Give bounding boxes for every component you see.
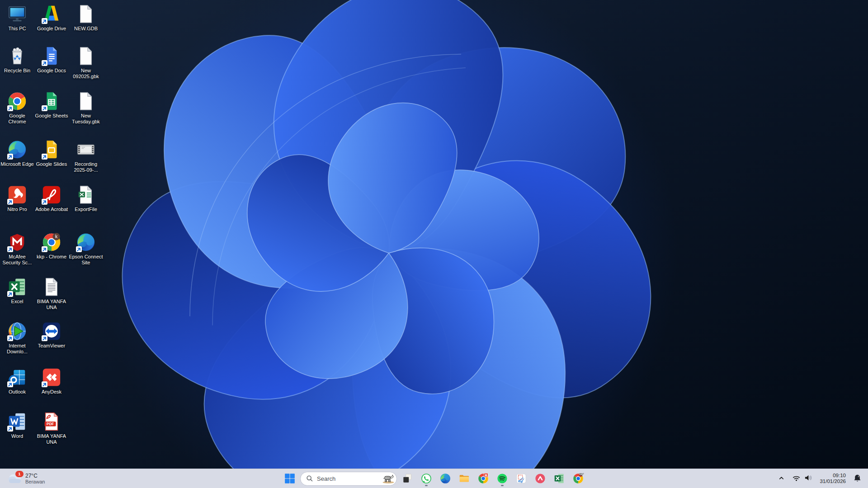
spotify-icon xyxy=(496,473,508,484)
desktop-icon-label: McAfee Security Sc... xyxy=(0,254,34,266)
taskbar-app-chrome[interactable] xyxy=(475,470,492,487)
shortcut-arrow-icon xyxy=(42,381,47,387)
desktop-icon-excel[interactable]: Excel xyxy=(0,277,34,305)
weather-condition: Berawan xyxy=(25,479,45,485)
running-indicator xyxy=(501,485,504,486)
shortcut-arrow-icon xyxy=(42,199,47,205)
shortcut-arrow-icon xyxy=(42,246,47,252)
shortcut-arrow-icon xyxy=(7,381,13,387)
widgets-weather-button[interactable]: 1 27°C Berawan xyxy=(4,471,48,486)
nitro-icon xyxy=(7,184,28,205)
taskbar-app-chrome-zebra[interactable] xyxy=(570,470,587,487)
desktop-icon-new-tuesday-gbk[interactable]: New Tuesday.gbk xyxy=(69,91,103,125)
taskbar-app-squares-app[interactable] xyxy=(399,470,416,487)
desktop-icon-google-sheets[interactable]: Google Sheets xyxy=(34,91,69,119)
mcafee-icon xyxy=(7,232,28,253)
desktop-icon-label: Microsoft Edge xyxy=(0,161,33,167)
excel-icon xyxy=(7,277,28,297)
desktop-icon-kkp-chrome[interactable]: kkkp - Chrome xyxy=(34,232,69,260)
taskbar-app-red-chevron-app[interactable] xyxy=(532,470,549,487)
clock-text: 09:10 31/01/2026 xyxy=(820,473,846,484)
desktop-icon-new-092025-gbk[interactable]: New 092025.gbk xyxy=(69,46,103,80)
edge-icon xyxy=(7,139,28,160)
desktop-icon-anydesk[interactable]: AnyDesk xyxy=(34,367,69,395)
running-indicator xyxy=(425,485,428,486)
desktop-icon-label: Epson Connect Site xyxy=(69,254,103,266)
taskbar-app-spotify[interactable] xyxy=(494,470,511,487)
desktop-icon-internet-download[interactable]: Internet Downlo... xyxy=(0,321,34,355)
desktop-icon-recording[interactable]: Recording 2025-09-... xyxy=(69,139,103,173)
desktop-icon-google-slides[interactable]: Google Slides xyxy=(34,139,69,167)
shortcut-arrow-icon xyxy=(7,335,13,341)
docfile-icon xyxy=(75,46,96,66)
shortcut-arrow-icon xyxy=(42,60,47,66)
desktop-icon-this-pc[interactable]: This PC xyxy=(0,4,34,32)
taskbar-app-edge[interactable] xyxy=(437,470,454,487)
desktop-icon-teamviewer[interactable]: TeamViewer xyxy=(34,321,69,349)
tray-clock[interactable]: 09:10 31/01/2026 xyxy=(817,470,849,487)
desktop-icon-google-docs[interactable]: Google Docs xyxy=(34,46,69,74)
windows-logo-icon xyxy=(284,473,296,484)
teamviewer-icon xyxy=(41,321,62,342)
desktop-icon-exportfile[interactable]: ExportFile xyxy=(69,184,103,212)
pdf-icon: PDF xyxy=(41,411,62,432)
desktop-icon-label: Recycle Bin xyxy=(4,68,30,74)
search-zebra-image xyxy=(382,473,395,484)
svg-text:PDF: PDF xyxy=(47,422,54,426)
desktop-icon-label: ExportFile xyxy=(75,206,97,212)
excel-icon xyxy=(553,473,565,484)
shortcut-arrow-icon xyxy=(42,18,47,24)
gdocs-icon xyxy=(41,46,62,66)
chrome-zebra-icon xyxy=(572,473,584,484)
svg-text:k: k xyxy=(55,234,58,239)
file-explorer-icon xyxy=(458,473,470,484)
desktop-icon-label: Recording 2025-09-... xyxy=(69,161,103,173)
textdoc-icon xyxy=(41,277,62,297)
gsheets-icon xyxy=(41,91,62,112)
gslides-icon xyxy=(41,139,62,160)
speaker-icon xyxy=(804,474,812,483)
desktop-icon-microsoft-edge[interactable]: Microsoft Edge xyxy=(0,139,34,167)
desktop-icon-label: NEW.GDB xyxy=(74,26,98,32)
desktop-icon-google-drive[interactable]: Google Drive xyxy=(34,4,69,32)
search-icon xyxy=(306,475,313,482)
tray-notifications-button[interactable]: z xyxy=(850,470,864,487)
taskbar-app-file-explorer[interactable] xyxy=(456,470,473,487)
chrome-icon xyxy=(7,91,28,112)
acrobat-icon xyxy=(41,184,62,205)
taskbar-app-whatsapp[interactable] xyxy=(418,470,435,487)
desktop-icon-epson-connect[interactable]: Epson Connect Site xyxy=(69,232,103,266)
taskbar-pinned-apps xyxy=(399,470,587,487)
desktop-icon-bima-yanfa-una-pdf[interactable]: PDFBIMA YANFA UNA xyxy=(34,411,69,445)
tray-hidden-icons-button[interactable] xyxy=(775,470,788,487)
shortcut-arrow-icon xyxy=(76,246,82,252)
taskbar-search[interactable]: Search xyxy=(300,472,397,486)
desktop-icon-outlook[interactable]: Outlook xyxy=(0,367,34,395)
desktop-icon-label: Google Chrome xyxy=(0,113,34,125)
anydesk-icon xyxy=(41,367,62,388)
desktop-icon-mcafee[interactable]: McAfee Security Sc... xyxy=(0,232,34,266)
taskbar: 1 27°C Berawan xyxy=(0,469,868,488)
squares-app-icon xyxy=(401,473,413,484)
start-button[interactable] xyxy=(281,470,298,487)
desktop-icon-google-chrome[interactable]: Google Chrome xyxy=(0,91,34,125)
idm-icon xyxy=(7,321,28,342)
chromek-icon: k xyxy=(41,232,62,253)
taskbar-center: Search xyxy=(281,469,587,488)
desktop-icon-label: BIMA YANFA UNA xyxy=(34,299,69,310)
taskbar-app-snipping-tool[interactable] xyxy=(513,470,530,487)
taskbar-left: 1 27°C Berawan xyxy=(4,469,48,488)
desktop-icon-label: BIMA YANFA UNA xyxy=(34,433,69,445)
desktop-icon-nitro-pro[interactable]: Nitro Pro xyxy=(0,184,34,212)
desktop-icon-new-gdb[interactable]: NEW.GDB xyxy=(69,4,103,32)
monitor-icon xyxy=(7,4,28,24)
desktop-icon-bima-yanfa-una-doc[interactable]: BIMA YANFA UNA xyxy=(34,277,69,310)
wifi-icon xyxy=(792,474,801,483)
taskbar-app-excel[interactable] xyxy=(551,470,568,487)
desktop-icon-recycle-bin[interactable]: Recycle Bin xyxy=(0,46,34,74)
desktop-icon-adobe-acrobat[interactable]: Adobe Acrobat xyxy=(34,184,69,212)
tray-quick-settings-button[interactable] xyxy=(789,470,815,487)
desktop-icon-label: Internet Downlo... xyxy=(0,343,34,355)
desktop-icon-label: Google Slides xyxy=(36,161,67,167)
desktop-icon-word[interactable]: Word xyxy=(0,411,34,439)
